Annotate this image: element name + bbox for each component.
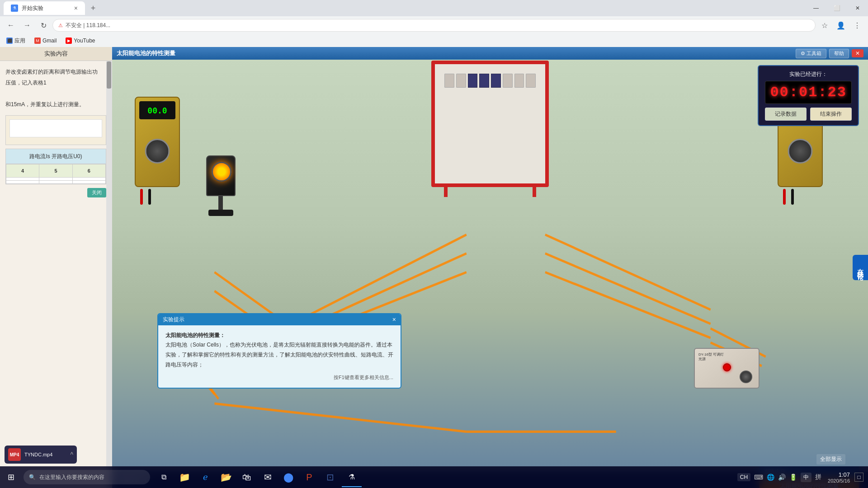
task-view-btn[interactable]: ⧉ [154, 467, 174, 487]
bookmark-youtube[interactable]: ▶ YouTube [63, 37, 98, 45]
multimeter-dial-right[interactable] [788, 139, 813, 164]
speaker-icon[interactable]: 🔊 [778, 474, 786, 481]
light-source[interactable] [203, 155, 239, 214]
board-cell [514, 74, 524, 88]
bookmark-apps[interactable]: ⬛ 应用 [4, 36, 28, 46]
minimize-btn[interactable]: — [806, 0, 826, 16]
probe-red-right [783, 189, 786, 205]
cell [39, 178, 72, 181]
file-thumbnail[interactable]: MP4 TYNDC.mp4 ^ [5, 446, 77, 464]
ie-btn[interactable]: ℯ [195, 467, 215, 487]
apps-label: 应用 [14, 37, 25, 45]
chat-button[interactable]: 在线讨论 [853, 255, 868, 280]
hint-content-title: 太阳能电池的特性测量： [165, 332, 225, 338]
ps-label: DY-16型 可调灯光源 [698, 352, 724, 362]
hint-content: 太阳能电池的特性测量： 太阳电池（Solar Cells），也称为光伏电池，是将… [158, 325, 401, 388]
data-input-area [5, 115, 106, 145]
notification-btn[interactable]: □ [854, 473, 863, 482]
multimeter-body-left[interactable]: 00.0 [135, 97, 180, 187]
keyboard-icon[interactable]: ⌨ [754, 474, 763, 481]
solar-panel-board[interactable] [431, 61, 549, 187]
network-icon[interactable]: 🌐 [767, 474, 774, 481]
col-6: 6 [72, 164, 105, 178]
beam-5 [545, 253, 711, 324]
exp-close-btn[interactable]: ✕ [852, 49, 863, 57]
address-bar[interactable]: ⚠ 不安全 | 118.184... [52, 19, 816, 32]
probe-black-right [791, 189, 794, 205]
app-btn[interactable]: ⊡ [320, 467, 340, 487]
menu-btn[interactable]: ⋮ [850, 18, 864, 33]
scroll-thumb[interactable] [107, 61, 111, 89]
bookmarks-bar: ⬛ 应用 M Gmail ▶ YouTube [0, 34, 868, 47]
start-btn[interactable]: ⊞ [0, 466, 22, 488]
youtube-favicon: ▶ [66, 38, 72, 44]
light-neck [218, 196, 223, 210]
forward-btn[interactable]: → [20, 18, 34, 33]
ppt-btn[interactable]: P [299, 467, 319, 487]
taskbar-search[interactable]: 🔍 在这里输入你要搜索的内容 [24, 470, 150, 484]
ps-knob[interactable] [740, 371, 752, 383]
mail-btn[interactable]: ✉ [258, 467, 278, 487]
battery-icon[interactable]: 🔋 [789, 474, 797, 481]
help-btn[interactable]: 帮助 [829, 49, 849, 58]
power-supply[interactable]: DY-16型 可调灯光源 [694, 348, 760, 389]
record-data-btn[interactable]: 记录数据 [765, 108, 807, 121]
beam-4 [545, 235, 711, 310]
board-foot-right [533, 183, 536, 197]
files-btn[interactable]: 📂 [216, 467, 236, 487]
main-area: 实验内容 并改变卤素灯的距离和调节电源输出功 压值，记入表格1 和15mA，并重… [0, 47, 868, 488]
timer-display: 00:01:23 [765, 81, 852, 104]
hint-content-body: 太阳电池（Solar Cells），也称为光伏电池，是将太阳光辐射能直接转换为电… [165, 342, 393, 367]
bookmark-btn[interactable]: ☆ [817, 18, 832, 33]
scroll-bar[interactable] [106, 61, 112, 488]
ime-icon[interactable]: 拼 [815, 473, 821, 481]
new-tab-btn[interactable]: + [87, 2, 99, 14]
left-panel-content: 并改变卤素灯的距离和调节电源输出功 压值，记入表格1 和15mA，并重复以上进行… [0, 61, 112, 203]
content-line3: 和15mA，并重复以上进行测量。 [5, 99, 106, 110]
taskbar-icons: ⧉ 📁 ℯ 📂 🛍 ✉ ⬤ P ⊡ [154, 467, 340, 487]
end-operation-btn[interactable]: 结束操作 [810, 108, 852, 121]
multimeter-dial-left[interactable] [145, 139, 170, 164]
time-date: 2020/5/16 [828, 478, 850, 483]
board-cell [444, 74, 454, 88]
back-btn[interactable]: ← [4, 18, 18, 33]
multimeter-left: 00.0 [135, 97, 180, 187]
solar-cell [468, 74, 478, 88]
tab-close-btn[interactable]: × [74, 5, 78, 12]
show-all-btn[interactable]: 全部显示 [816, 454, 845, 465]
toolbox-btn[interactable]: ⚙ 工具箱 [796, 49, 826, 58]
cell [39, 181, 72, 184]
maximize-btn[interactable]: ⬜ [826, 0, 847, 16]
gmail-favicon: M [34, 38, 41, 44]
active-tab[interactable]: ⚗ 开始实验 × [4, 1, 85, 15]
cell [6, 181, 39, 184]
active-app-icon: ⚗ [349, 473, 355, 481]
lang-cn-btn[interactable]: 中 [801, 473, 811, 482]
hint-minimize-btn[interactable]: × [392, 316, 396, 323]
store-btn[interactable]: 🛍 [237, 467, 257, 487]
light-base [208, 210, 233, 216]
close-table-btn[interactable]: 关闭 [87, 188, 106, 197]
board-grid [442, 71, 538, 170]
lang-ch-btn[interactable]: CH [737, 473, 750, 481]
probes-right [778, 189, 823, 205]
search-placeholder: 在这里输入你要搜索的内容 [39, 474, 104, 481]
time-display[interactable]: 1:07 2020/5/16 [828, 471, 850, 483]
table-header: 路电流Is 开路电压U0) [6, 149, 106, 164]
ps-body: DY-16型 可调灯光源 [694, 348, 760, 389]
board-foot-left [444, 183, 448, 197]
table-row [6, 178, 106, 181]
active-app-btn[interactable]: ⚗ [342, 467, 362, 487]
browser-chrome: ⚗ 开始实验 × + — ⬜ ✕ ← → ↻ ⚠ 不安全 | 118.184..… [0, 0, 868, 47]
explorer-btn[interactable]: 📁 [175, 467, 194, 487]
refresh-btn[interactable]: ↻ [36, 18, 51, 33]
content-line1: 并改变卤素灯的距离和调节电源输出功 [5, 66, 106, 77]
chrome-btn[interactable]: ⬤ [278, 467, 298, 487]
bookmark-gmail[interactable]: M Gmail [32, 37, 59, 45]
timer-panel: 实验已经进行： 00:01:23 记录数据 结束操作 [758, 65, 859, 126]
board-cell [503, 74, 513, 88]
input-box[interactable] [9, 119, 102, 137]
col-5: 5 [39, 164, 72, 178]
close-btn[interactable]: ✕ [847, 0, 868, 16]
profile-btn[interactable]: 👤 [834, 18, 848, 33]
